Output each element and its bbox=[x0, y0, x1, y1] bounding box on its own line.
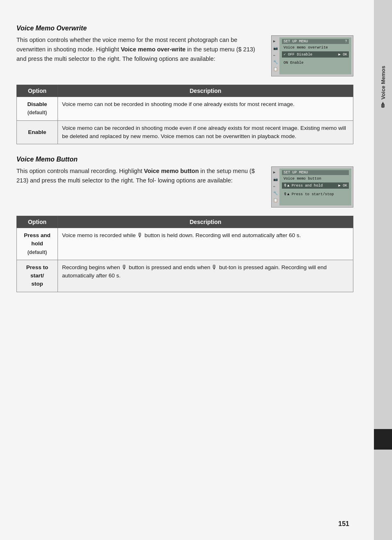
section1-camera-screen: ▶ 📷 ✏ 🔧 📋 SET UP MENU ? bbox=[271, 35, 353, 76]
table-row: Press to start/stop Recording begins whe… bbox=[17, 260, 353, 292]
section1-screen-inner: SET UP MENU ? Voice memo overwrite ✓ OFF… bbox=[279, 37, 351, 74]
section1-table: Option Description Disable (default) Voi… bbox=[16, 85, 353, 144]
main-content: Voice Memo Overwrite This option control… bbox=[16, 25, 353, 304]
section2-row1-option: Press and hold (default) bbox=[17, 228, 58, 260]
sidebar-text: Voice Memos bbox=[380, 66, 386, 99]
section2-page-ref: 213 bbox=[16, 177, 26, 184]
section2-text: This option controls manual recording. H… bbox=[16, 166, 263, 208]
section1-row1-option: Disable (default) bbox=[17, 97, 58, 121]
section2-menu-title: SET UP MENU bbox=[282, 170, 349, 175]
section2-menu-item2: 🎙▲ Press to start/stop bbox=[282, 191, 349, 197]
black-tab bbox=[374, 429, 392, 450]
section2-col2-header: Description bbox=[58, 216, 353, 228]
section1-page-ref: 213 bbox=[243, 46, 253, 53]
section2-camera-screen: ▶ 📷 ✏ 🔧 📋 SET UP MENU Voice memo bu bbox=[271, 166, 353, 208]
section1-row2-desc: Voice memo can be recorded in shooting m… bbox=[58, 120, 353, 144]
section1-bold: Voice memo over-write bbox=[121, 46, 186, 53]
section2-title: Voice Memo Button bbox=[16, 156, 353, 163]
table-row: Enable Voice memo can be recorded in sho… bbox=[17, 120, 353, 144]
section2-row1-desc: Voice memo is recorded while 🎙 button is… bbox=[58, 228, 353, 260]
section1: Voice Memo Overwrite This option control… bbox=[16, 25, 353, 144]
section1-camera-image: ▶ 📷 ✏ 🔧 📋 SET UP MENU ? bbox=[271, 35, 353, 76]
section1-menu-item2: ON Enable bbox=[282, 60, 349, 66]
section1-menu-title: SET UP MENU ? bbox=[282, 39, 349, 44]
table-row: Disable (default) Voice memo can not be … bbox=[17, 97, 353, 121]
section2-bold: Voice memo button bbox=[144, 168, 198, 174]
table-row: Press and hold (default) Voice memo is r… bbox=[17, 228, 353, 260]
section2: Voice Memo Button This option controls m… bbox=[16, 156, 353, 292]
section1-menu-subtitle: Voice memo overwrite bbox=[282, 45, 349, 51]
section1-content-block: This option controls whether the voice m… bbox=[16, 35, 353, 76]
section2-table: Option Description Press and hold (defau… bbox=[16, 216, 353, 292]
section2-camera-image: ▶ 📷 ✏ 🔧 📋 SET UP MENU Voice memo bu bbox=[271, 166, 353, 208]
section1-row2-option: Enable bbox=[17, 120, 58, 144]
section2-screen-inner: SET UP MENU Voice memo button 🎙▲ Press a… bbox=[279, 168, 351, 205]
section2-menu-subtitle: Voice memo button bbox=[282, 176, 349, 182]
section1-row1-desc: Voice memo can not be recorded in shooti… bbox=[58, 97, 353, 121]
page-container: Voice Memo Overwrite This option control… bbox=[0, 0, 374, 540]
section2-content-block: This option controls manual recording. H… bbox=[16, 166, 353, 208]
section1-text: This option controls whether the voice m… bbox=[16, 35, 263, 76]
section1-col1-header: Option bbox=[17, 85, 58, 97]
section2-row2-option: Press to start/stop bbox=[17, 260, 58, 292]
section2-row2-desc: Recording begins when 🎙 button is presse… bbox=[58, 260, 353, 292]
section2-menu-item1: 🎙▲ Press and hold ▶ OK bbox=[282, 182, 349, 189]
right-sidebar: 🎙 Voice Memos bbox=[374, 0, 392, 540]
section1-title: Voice Memo Overwrite bbox=[16, 25, 353, 32]
section1-menu-item1: ✓ OFF Disable ▶ OK bbox=[282, 51, 349, 58]
sidebar-label: 🎙 Voice Memos bbox=[379, 66, 387, 108]
page-number: 151 bbox=[338, 520, 349, 528]
section2-col1-header: Option bbox=[17, 216, 58, 228]
section1-col2-header: Description bbox=[58, 85, 353, 97]
sidebar-mic-icon: 🎙 bbox=[379, 102, 387, 108]
